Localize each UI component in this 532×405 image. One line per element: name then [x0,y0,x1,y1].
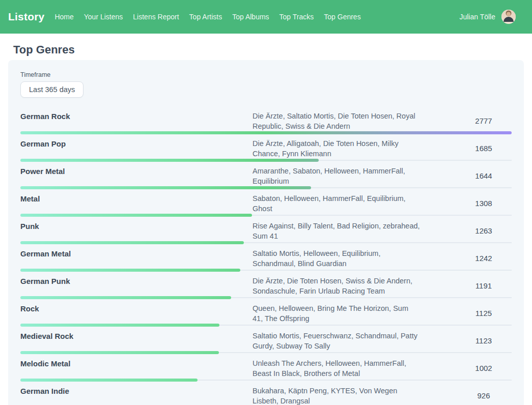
genre-artists: Saltatio Mortis, Helloween, Equilibrium,… [253,248,421,269]
genre-name: Melodic Metal [20,358,253,369]
nav-link-top-artists[interactable]: Top Artists [189,13,222,21]
genre-artists: Die Ärzte, Die Toten Hosen, Swiss & Die … [253,276,421,296]
nav-link-top-genres[interactable]: Top Genres [324,13,360,21]
genre-row: Medieval Rock Saltatio Mortis, Feuerschw… [20,327,512,354]
genre-plays: 926 [456,391,512,401]
genre-name: Medieval Rock [20,331,253,341]
genre-name: Punk [20,221,253,232]
genre-row: German Rock Die Ärzte, Saltatio Mortis, … [20,107,512,134]
genre-row: German Metal Saltatio Mortis, Helloween,… [20,244,512,272]
genre-bar-track [20,296,512,299]
genre-plays: 1263 [456,226,512,236]
genre-bar-track [20,324,512,327]
genre-row: Punk Rise Against, Billy Talent, Bad Rel… [20,217,512,244]
user-name[interactable]: Julian Tölle [459,13,495,21]
genre-artists: Queen, Helloween, Bring Me The Horizon, … [253,303,421,324]
genre-plays: 1644 [456,171,512,181]
user-photo-icon [501,10,516,24]
genre-artists: Die Ärzte, Alligatoah, Die Toten Hosen, … [253,138,421,159]
genre-bar-track [20,214,512,217]
genre-bar-track [20,186,512,189]
genre-bar [20,186,311,189]
genre-name: German Rock [20,111,253,122]
genre-row: Melodic Metal Unleash The Archers, Hello… [20,354,512,382]
genre-bar-track [20,269,512,272]
genre-bar [20,351,219,354]
nav-link-top-albums[interactable]: Top Albums [232,13,269,21]
page-title: Top Genres [13,43,524,57]
genre-bar-track [20,379,512,382]
genre-row: German Indie Bukahara, Käptn Peng, KYTES… [20,382,512,405]
user-avatar[interactable] [501,10,516,24]
nav-link-top-tracks[interactable]: Top Tracks [279,13,314,21]
genre-table: German Rock Die Ärzte, Saltatio Mortis, … [20,107,512,405]
genre-row: Rock Queen, Helloween, Bring Me The Hori… [20,299,512,327]
genre-artists: Saltatio Mortis, Feuerschwanz, Schandmau… [253,331,421,351]
navbar: Listory HomeYour ListensListens ReportTo… [0,0,532,34]
brand-logo[interactable]: Listory [8,11,44,23]
genre-name: German Pop [20,138,253,149]
genre-artists: Bukahara, Käptn Peng, KYTES, Von Wegen L… [253,386,421,405]
main-nav: HomeYour ListensListens ReportTop Artist… [54,13,360,21]
main-content: Top Genres Timeframe Last 365 days Germa… [0,34,532,405]
genre-row: German Punk Die Ärzte, Die Toten Hosen, … [20,272,512,299]
genre-row: Metal Sabaton, Helloween, HammerFall, Eq… [20,189,512,217]
genre-plays: 1191 [456,281,512,291]
genre-bar [20,131,512,134]
genre-bar-track [20,241,512,244]
genre-row: Power Metal Amaranthe, Sabaton, Hellowee… [20,162,512,189]
genre-bar-track [20,131,512,134]
genre-bar [20,296,231,299]
nav-link-home[interactable]: Home [54,13,73,21]
genre-artists: Unleash The Archers, Helloween, HammerFa… [253,358,421,379]
genre-bar [20,379,198,382]
genre-bar-track [20,351,512,354]
genre-bar [20,269,240,272]
genre-name: Metal [20,193,253,204]
genre-artists: Sabaton, Helloween, HammerFall, Equilibr… [253,193,421,214]
genre-plays: 1308 [456,198,512,209]
timeframe-select[interactable]: Last 365 days [20,81,83,98]
genre-plays: 1685 [456,143,512,154]
genre-artists: Rise Against, Billy Talent, Bad Religion… [253,221,421,241]
genre-bar [20,214,252,217]
genre-bar [20,159,319,162]
genre-row: German Pop Die Ärzte, Alligatoah, Die To… [20,134,512,162]
genre-name: German Metal [20,248,253,259]
genre-plays: 1002 [456,363,512,373]
genre-bar [20,241,244,244]
top-genres-card: Timeframe Last 365 days German Rock Die … [8,60,524,405]
timeframe-label: Timeframe [20,71,512,78]
genre-name: German Indie [20,386,253,396]
genre-plays: 1123 [456,336,512,346]
genre-bar-track [20,159,512,162]
genre-name: Rock [20,303,253,314]
genre-artists: Die Ärzte, Saltatio Mortis, Die Toten Ho… [253,111,421,131]
genre-name: Power Metal [20,166,253,177]
genre-plays: 1242 [456,253,512,264]
genre-plays: 2777 [456,116,512,126]
nav-link-listens-report[interactable]: Listens Report [133,13,179,21]
nav-link-your-listens[interactable]: Your Listens [84,13,123,21]
genre-plays: 1125 [456,308,512,319]
genre-name: German Punk [20,276,253,286]
genre-bar [20,324,219,327]
genre-artists: Amaranthe, Sabaton, Helloween, HammerFal… [253,166,421,186]
